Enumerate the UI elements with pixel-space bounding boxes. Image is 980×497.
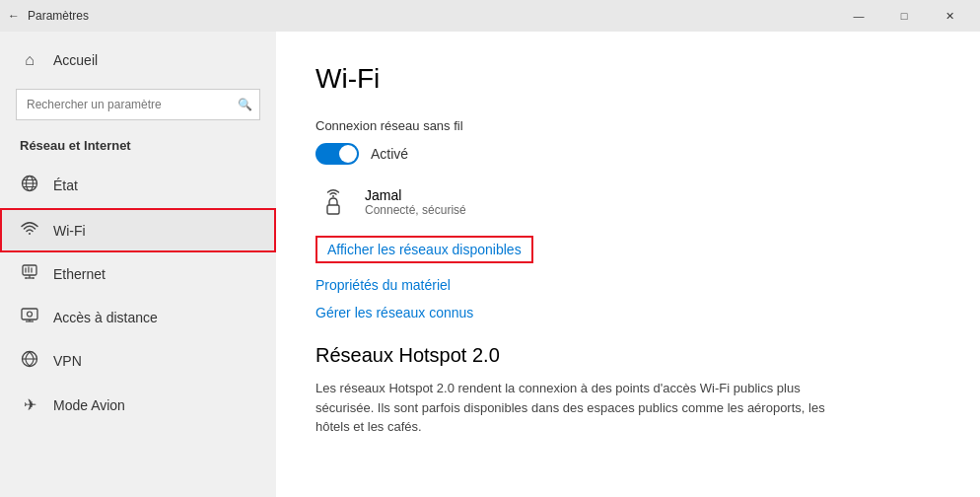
sidebar-wifi-label: Wi-Fi (53, 223, 86, 239)
sidebar-avion-label: Mode Avion (53, 397, 125, 413)
sidebar: ⌂ Accueil 🔍 Réseau et Internet État (0, 32, 276, 497)
sidebar-item-avion[interactable]: ✈ Mode Avion (0, 384, 276, 426)
network-status: Connecté, sécurisé (365, 203, 466, 217)
wifi-icon (20, 220, 39, 241)
maximize-button[interactable]: □ (881, 0, 927, 32)
vpn-icon (20, 350, 39, 372)
network-name: Jamal (365, 187, 466, 203)
connected-network: Jamal Connecté, sécurisé (315, 184, 941, 220)
sidebar-item-accueil[interactable]: ⌂ Accueil (0, 39, 276, 81)
sidebar-item-acces[interactable]: Accès à distance (0, 296, 276, 338)
remote-icon (20, 308, 39, 326)
minimize-button[interactable]: — (836, 0, 881, 32)
manage-link[interactable]: Gérer les réseaux connus (315, 305, 941, 320)
sidebar-etat-label: État (53, 178, 78, 193)
connection-label: Connexion réseau sans fil (315, 118, 941, 133)
sidebar-item-ethernet[interactable]: Ethernet (0, 252, 276, 296)
search-input[interactable] (16, 89, 260, 120)
sidebar-item-etat[interactable]: État (0, 163, 276, 208)
svg-rect-5 (23, 265, 36, 275)
wifi-toggle-row: Activé (315, 143, 941, 165)
sidebar-home-label: Accueil (53, 52, 98, 68)
close-button[interactable]: ✕ (927, 0, 972, 32)
back-button[interactable]: ← (8, 9, 20, 23)
sidebar-item-wifi[interactable]: Wi-Fi (0, 208, 276, 252)
hotspot-description: Les réseaux Hotspot 2.0 rendent la conne… (315, 379, 828, 437)
main-panel: Wi-Fi Connexion réseau sans fil Activé J… (276, 32, 980, 497)
window-controls: — □ ✕ (836, 0, 972, 32)
sidebar-item-vpn[interactable]: VPN (0, 338, 276, 384)
search-icon: 🔍 (238, 98, 252, 111)
page-title: Wi-Fi (315, 63, 941, 95)
network-wifi-icon (315, 184, 351, 220)
sidebar-section-title: Réseau et Internet (0, 132, 276, 163)
svg-point-16 (28, 312, 33, 317)
wifi-toggle[interactable] (315, 143, 359, 165)
sidebar-vpn-label: VPN (53, 353, 82, 369)
app-body: ⌂ Accueil 🔍 Réseau et Internet État (0, 32, 980, 497)
svg-rect-13 (22, 309, 37, 320)
sidebar-ethernet-label: Ethernet (53, 266, 105, 282)
ethernet-icon (20, 264, 39, 284)
show-networks-link[interactable]: Afficher les réseaux disponibles (315, 236, 533, 263)
sidebar-search[interactable]: 🔍 (16, 89, 260, 120)
title-bar: ← Paramètres — □ ✕ (0, 0, 980, 32)
window-title: Paramètres (28, 9, 836, 23)
toggle-label: Activé (371, 146, 408, 162)
globe-icon (20, 175, 39, 196)
plane-icon: ✈ (20, 395, 39, 414)
sidebar-acces-label: Accès à distance (53, 310, 158, 325)
svg-rect-19 (327, 205, 339, 214)
properties-link[interactable]: Propriétés du matériel (315, 277, 941, 293)
network-info: Jamal Connecté, sécurisé (365, 187, 466, 217)
hotspot-title: Réseaux Hotspot 2.0 (315, 344, 941, 367)
home-icon: ⌂ (20, 51, 39, 69)
